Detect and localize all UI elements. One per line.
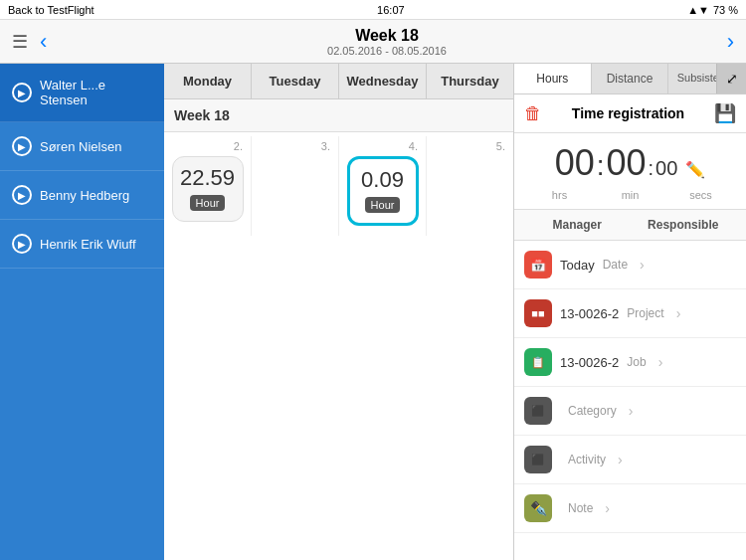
timer-min: 00 (606, 145, 646, 181)
signal-icon: ▲▼ (687, 4, 709, 16)
cell-wednesday[interactable]: 4. 0.09 Hour (339, 136, 427, 236)
min-label: min (622, 189, 640, 201)
sidebar-label-walter: Walter L...e Stensen (40, 78, 152, 107)
note-type: Note (568, 501, 593, 515)
status-bar: Back to TestFlight 16:07 ▲▼ 73 % (0, 0, 746, 20)
week-title: Week 18 (355, 27, 419, 45)
timer-secs: 00 (655, 158, 677, 178)
cell-tuesday[interactable]: 3. (252, 136, 339, 236)
status-left: Back to TestFlight (8, 4, 94, 16)
expand-icon[interactable]: ⤢ (716, 64, 746, 93)
status-time: 16:07 (377, 4, 405, 16)
tab-distance[interactable]: Distance (592, 64, 669, 93)
category-icon: ⬛ (524, 397, 552, 425)
delete-button[interactable]: 🗑 (524, 103, 542, 124)
cell-monday[interactable]: 2. 22.59 Hour (164, 136, 252, 236)
job-type: Job (627, 355, 646, 369)
date-type: Date (603, 258, 628, 272)
user-icon-walter: ▶ (12, 83, 32, 102)
date-chevron: › (640, 257, 645, 273)
timer-display: 00 : 00 : 00 ✏️ (514, 133, 746, 189)
time-unit-wednesday: Hour (365, 197, 401, 213)
panel-toolbar: 🗑 Time registration 💾 (514, 94, 746, 133)
hrs-label: hrs (552, 189, 567, 201)
sidebar-item-benny[interactable]: ▶ Benny Hedberg (0, 171, 164, 220)
calendar-row: 2. 22.59 Hour 3. 4. 0.09 Hour (164, 132, 513, 560)
project-icon: ■■ (524, 299, 552, 327)
tab-hours[interactable]: Hours (514, 64, 592, 93)
main-area: ▶ Walter L...e Stensen ▶ Søren Nielsen ▶… (0, 64, 746, 560)
prev-week-button[interactable]: ‹ (40, 29, 47, 55)
job-icon: 📋 (524, 348, 552, 376)
next-week-button[interactable]: › (727, 29, 734, 55)
list-item-note[interactable]: ✒️ Note › (514, 484, 746, 533)
time-value-monday: 22.59 (180, 167, 235, 189)
project-chevron: › (676, 305, 681, 321)
toolbar-title: Time registration (550, 105, 706, 121)
sidebar-item-henrik[interactable]: ▶ Henrik Erik Wiuff (0, 220, 164, 269)
timer-labels: hrs min secs (514, 189, 746, 210)
timer-hrs: 00 (555, 145, 595, 181)
col-monday: Monday (164, 64, 252, 98)
list-item-category[interactable]: ⬛ Category › (514, 387, 746, 436)
secs-label: secs (689, 189, 712, 201)
note-icon: ✒️ (524, 494, 552, 522)
calendar-area: Monday Tuesday Wednesday Thursday Week 1… (164, 64, 514, 560)
list-item-job[interactable]: 📋 13-0026-2 Job › (514, 338, 746, 387)
week-subtitle: 02.05.2016 - 08.05.2016 (327, 45, 447, 57)
cell-thursday[interactable]: 5. (427, 136, 513, 236)
job-chevron: › (658, 354, 663, 370)
right-panel: Hours Distance Subsistence ⤢ 🗑 Time regi… (514, 64, 746, 560)
sidebar: ▶ Walter L...e Stensen ▶ Søren Nielsen ▶… (0, 64, 164, 560)
sidebar-item-walter[interactable]: ▶ Walter L...e Stensen (0, 64, 164, 122)
day-num-3: 3. (256, 140, 334, 152)
sidebar-item-soren[interactable]: ▶ Søren Nielsen (0, 122, 164, 171)
week-label: Week 18 (164, 99, 513, 132)
panel-tabs: Hours Distance Subsistence ⤢ (514, 64, 746, 94)
manager-responsible-header: Manager Responsible (514, 210, 746, 241)
list-item-project[interactable]: ■■ 13-0026-2 Project › (514, 289, 746, 338)
date-icon: 📅 (524, 251, 552, 279)
nav-bar: ☰ ‹ Week 18 02.05.2016 - 08.05.2016 › (0, 20, 746, 64)
status-right: ▲▼ 73 % (687, 4, 738, 16)
sidebar-label-henrik: Henrik Erik Wiuff (40, 237, 136, 252)
nav-center: Week 18 02.05.2016 - 08.05.2016 (47, 27, 726, 57)
day-num-2: 2. (168, 140, 247, 152)
note-chevron: › (605, 500, 610, 516)
user-icon-henrik: ▶ (12, 234, 32, 254)
activity-type: Activity (568, 453, 606, 467)
user-icon-benny: ▶ (12, 185, 32, 205)
list-item-date[interactable]: 📅 Today Date › (514, 241, 746, 289)
time-bubble-monday[interactable]: 22.59 Hour (172, 156, 244, 222)
col-wednesday: Wednesday (339, 64, 427, 98)
activity-chevron: › (618, 452, 623, 467)
hamburger-icon[interactable]: ☰ (12, 31, 28, 53)
project-type: Project (627, 306, 663, 320)
category-chevron: › (629, 403, 634, 419)
panel-list: 📅 Today Date › ■■ 13-0026-2 Project › 📋 … (514, 241, 746, 560)
project-value: 13-0026-2 (560, 306, 619, 321)
time-unit-monday: Hour (190, 195, 226, 211)
activity-icon: ⬛ (524, 446, 552, 473)
list-item-activity[interactable]: ⬛ Activity › (514, 436, 746, 484)
edit-icon[interactable]: ✏️ (685, 160, 705, 179)
calendar-body: Week 18 2. 22.59 Hour 3. 4. (164, 99, 513, 560)
calendar-header: Monday Tuesday Wednesday Thursday (164, 64, 513, 99)
day-num-4: 4. (343, 140, 422, 152)
category-type: Category (568, 404, 617, 418)
col-tuesday: Tuesday (252, 64, 339, 98)
save-button[interactable]: 💾 (714, 102, 736, 124)
day-num-5: 5. (431, 140, 509, 152)
time-value-wednesday: 0.09 (361, 169, 404, 191)
timer-colon-2: : (649, 158, 654, 178)
col-thursday: Thursday (427, 64, 513, 98)
date-value: Today (560, 258, 595, 273)
sidebar-label-soren: Søren Nielsen (40, 139, 121, 154)
time-bubble-wednesday[interactable]: 0.09 Hour (347, 156, 419, 226)
sidebar-label-benny: Benny Hedberg (40, 188, 129, 203)
responsible-label: Responsible (631, 218, 737, 232)
timer-colon-1: : (597, 152, 605, 180)
user-icon-soren: ▶ (12, 136, 32, 156)
battery-level: 73 % (713, 4, 738, 16)
back-label: Back to TestFlight (8, 4, 94, 16)
